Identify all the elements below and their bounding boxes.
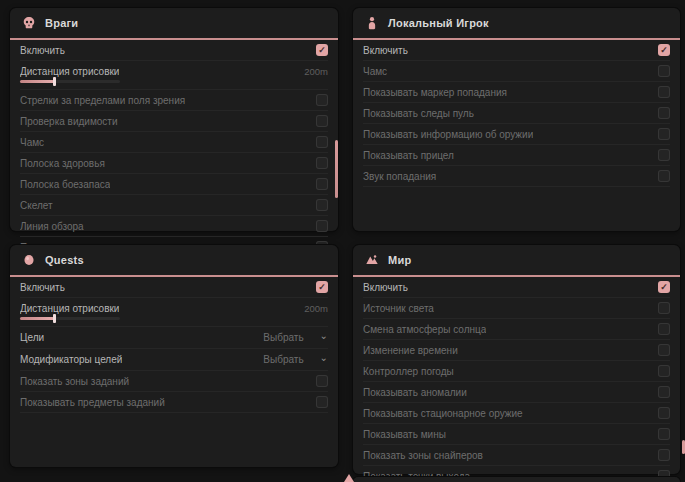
checkbox[interactable] (658, 302, 670, 314)
row-enemies-4[interactable]: Чамс (20, 132, 328, 153)
row-label: Показывать маркер попадания (363, 87, 507, 98)
quest-icon (22, 253, 36, 267)
panel-peek-icon (344, 474, 354, 482)
row-label: Скелет (20, 200, 53, 211)
checkbox[interactable] (316, 220, 328, 232)
row-label: Полоска боезапаса (20, 179, 110, 190)
row-label: Показывать аномалии (363, 387, 467, 398)
panel-scrollbar-thumb[interactable] (335, 140, 338, 198)
row-world-7[interactable]: Показывать мины (363, 424, 670, 445)
row-world-4[interactable]: Контроллер погоды (363, 361, 670, 382)
row-enemies-1: Дистанция отрисовки 200m (20, 61, 328, 90)
checkbox[interactable] (658, 365, 670, 377)
checkbox[interactable] (658, 149, 670, 161)
slider-handle[interactable] (53, 314, 56, 323)
checkbox[interactable] (316, 178, 328, 190)
checkbox[interactable] (658, 128, 670, 140)
row-enemies-8[interactable]: Линия обзора (20, 216, 328, 237)
row-label: Контроллер погоды (363, 366, 454, 377)
row-world-3[interactable]: Изменение времени (363, 340, 670, 361)
checkbox[interactable] (658, 86, 670, 98)
checkbox[interactable] (316, 157, 328, 169)
checkbox[interactable] (658, 386, 670, 398)
checkbox[interactable]: ✓ (316, 281, 328, 293)
checkbox[interactable]: ✓ (658, 281, 670, 293)
row-quests-4[interactable]: Показать зоны заданий (20, 371, 328, 392)
checkbox[interactable] (316, 375, 328, 387)
row-label: Показывать прицел (363, 150, 454, 161)
row-local-player-3[interactable]: Показывать следы пуль (363, 103, 670, 124)
row-quests-2[interactable]: Цели Выбрать ⌄ (20, 327, 328, 349)
row-local-player-1[interactable]: Чамс (363, 61, 670, 82)
row-world-1[interactable]: Источник света (363, 298, 670, 319)
checkbox[interactable] (658, 407, 670, 419)
row-label: Проверка видимости (20, 116, 118, 127)
row-enemies-5[interactable]: Полоска здоровья (20, 153, 328, 174)
row-world-8[interactable]: Показать зоны снайперов (363, 445, 670, 466)
checkbox[interactable]: ✓ (658, 44, 670, 56)
checkbox[interactable] (658, 65, 670, 77)
row-label: Включить (363, 282, 408, 293)
slider-handle[interactable] (53, 77, 56, 86)
slider[interactable] (20, 80, 120, 83)
panel-quests: Quests Включить ✓ Дистанция отрисовки 20… (10, 245, 338, 467)
panel-world: Мир Включить ✓ Источник света Смена атмо… (353, 245, 680, 474)
slider-value: 200m (304, 303, 328, 314)
checkbox[interactable]: ✓ (316, 44, 328, 56)
row-label: Звук попадания (363, 171, 436, 182)
panel-local-player: Локальный Игрок Включить ✓ Чамс Показыва… (353, 8, 680, 231)
panel-body: Включить ✓ Дистанция отрисовки 200m Цели… (10, 277, 338, 413)
checkbox[interactable] (658, 170, 670, 182)
row-world-0[interactable]: Включить ✓ (363, 277, 670, 298)
row-local-player-6[interactable]: Звук попадания (363, 166, 670, 187)
row-quests-1: Дистанция отрисовки 200m (20, 298, 328, 327)
checkbox[interactable] (658, 323, 670, 335)
row-world-5[interactable]: Показывать аномалии (363, 382, 670, 403)
checkbox[interactable] (316, 136, 328, 148)
slider-fill (20, 317, 54, 320)
row-label: Включить (20, 282, 65, 293)
row-label: Стрелки за пределами поля зрения (20, 95, 185, 106)
row-local-player-2[interactable]: Показывать маркер попадания (363, 82, 670, 103)
row-label: Смена атмосферы солнца (363, 324, 486, 335)
panel-title: Мир (388, 254, 411, 266)
row-enemies-6[interactable]: Полоска боезапаса (20, 174, 328, 195)
row-local-player-0[interactable]: Включить ✓ (363, 40, 670, 61)
row-enemies-7[interactable]: Скелет (20, 195, 328, 216)
row-label: Линия обзора (20, 221, 84, 232)
row-label: Показывать мины (363, 429, 446, 440)
panel-body: Включить ✓ Чамс Показывать маркер попада… (353, 40, 680, 187)
row-quests-5[interactable]: Показывать предметы заданий (20, 392, 328, 413)
checkbox[interactable] (316, 396, 328, 408)
checkbox[interactable] (658, 107, 670, 119)
row-enemies-2[interactable]: Стрелки за пределами поля зрения (20, 90, 328, 111)
row-local-player-5[interactable]: Показывать прицел (363, 145, 670, 166)
row-quests-3[interactable]: Модификаторы целей Выбрать ⌄ (20, 349, 328, 371)
panel-header: Мир (353, 245, 680, 277)
row-world-2[interactable]: Смена атмосферы солнца (363, 319, 670, 340)
row-enemies-0[interactable]: Включить ✓ (20, 40, 328, 61)
row-quests-0[interactable]: Включить ✓ (20, 277, 328, 298)
row-label: Чамс (20, 137, 44, 148)
checkbox[interactable] (316, 115, 328, 127)
checkbox[interactable] (658, 428, 670, 440)
row-label: Полоска здоровья (20, 158, 105, 169)
row-label: Дистанция отрисовки (20, 303, 119, 314)
checkbox[interactable] (316, 199, 328, 211)
mountain-icon (365, 253, 379, 267)
select-value[interactable]: Выбрать (263, 354, 303, 365)
row-label: Показывать следы пуль (363, 108, 474, 119)
row-label: Показать зоны заданий (20, 376, 129, 387)
row-enemies-3[interactable]: Проверка видимости (20, 111, 328, 132)
checkbox[interactable] (658, 344, 670, 356)
checkbox[interactable] (658, 449, 670, 461)
row-label: Показывать информацию об оружии (363, 129, 533, 140)
select-value[interactable]: Выбрать (263, 332, 303, 343)
slider[interactable] (20, 317, 120, 320)
row-world-6[interactable]: Показывать стационарное оружие (363, 403, 670, 424)
checkbox[interactable] (316, 94, 328, 106)
next-panel-top-edge (353, 477, 680, 482)
row-local-player-4[interactable]: Показывать информацию об оружии (363, 124, 670, 145)
panel-title: Враги (45, 17, 78, 29)
panel-enemies: Враги Включить ✓ Дистанция отрисовки 200… (10, 8, 338, 231)
